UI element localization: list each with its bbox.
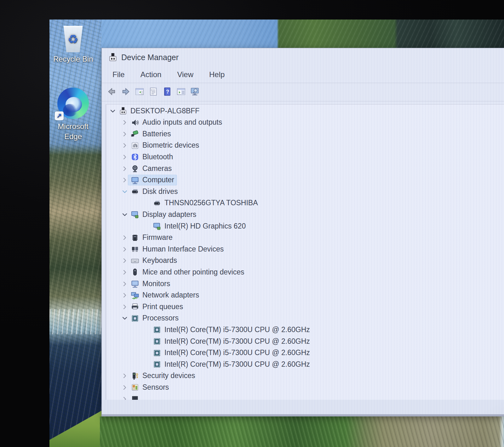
chevron-right-icon[interactable]	[121, 257, 128, 264]
tree-item-label: Bluetooth	[141, 152, 175, 162]
window-title: Device Manager	[121, 53, 179, 62]
tree-category-item[interactable]: Monitors	[106, 278, 504, 290]
properties-icon	[148, 87, 158, 98]
sensors-icon	[128, 383, 141, 392]
monitor-photo: ♻ Recycle Bin ↗ Microsoft Edge Device Ma…	[0, 0, 504, 447]
chevron-right-icon[interactable]	[121, 246, 128, 253]
security-icon	[128, 372, 141, 380]
tree-device-item[interactable]: Intel(R) Core(TM) i5-7300U CPU @ 2.60GHz	[106, 336, 504, 347]
menu-help[interactable]: Help	[204, 69, 230, 80]
tree-item-label: Cameras	[141, 164, 174, 174]
device-manager-app-icon	[108, 53, 117, 62]
device-tree: DESKTOP-ALG8BFFAudio inputs and outputsB…	[106, 104, 504, 401]
hdd-icon	[128, 187, 141, 196]
toolbar-forward-button[interactable]	[119, 86, 133, 99]
tree-item-label: Security devices	[141, 371, 198, 381]
no	[143, 326, 150, 333]
no	[143, 200, 150, 207]
mouse-icon	[128, 268, 141, 276]
cpu-icon	[150, 349, 163, 357]
tree-category-item[interactable]: Keyboards	[106, 255, 504, 267]
chevron-down-icon[interactable]	[121, 211, 128, 218]
tree-device-item[interactable]: THNSN0256GTYA TOSHIBA	[106, 197, 504, 209]
tree-category-item[interactable]: Batteries	[106, 128, 504, 140]
cpu-icon	[150, 337, 163, 346]
tree-category-item[interactable]: Display adapters	[106, 209, 504, 220]
chevron-down-icon[interactable]	[109, 108, 116, 115]
toolbar-action-pane-button[interactable]	[174, 86, 188, 99]
tree-item-label: Mice and other pointing devices	[141, 267, 247, 277]
tree-device-item[interactable]: Intel(R) Core(TM) i5-7300U CPU @ 2.60GHz	[106, 324, 504, 336]
tree-item-label: Sensors	[141, 382, 171, 393]
menu-view[interactable]: View	[172, 69, 198, 80]
tree-item-label: THNSN0256GTYA TOSHIBA	[163, 198, 261, 208]
recycle-bin-icon: ♻	[60, 25, 87, 52]
title-bar[interactable]: Device Manager	[102, 48, 504, 66]
chevron-right-icon[interactable]	[121, 165, 128, 172]
tree-category-item[interactable]: Human Interface Devices	[106, 243, 504, 255]
chevron-right-icon[interactable]	[121, 177, 128, 184]
toolbar: ?	[102, 83, 504, 101]
toolbar-help-button[interactable]: ?	[160, 86, 174, 99]
toolbar-back-button[interactable]	[105, 86, 119, 99]
tree-category-item[interactable]: Firmware	[106, 232, 504, 244]
desktop-icon-microsoft-edge[interactable]: ↗ Microsoft Edge	[49, 88, 97, 142]
tree-category-item[interactable]: Mice and other pointing devices	[106, 266, 504, 278]
gpu-icon	[128, 210, 141, 219]
tree-category-item[interactable]: Disk drives	[106, 186, 504, 197]
chevron-right-icon[interactable]	[121, 234, 128, 241]
no	[143, 223, 150, 230]
tree-category-item[interactable]: Audio inputs and outputs	[106, 117, 504, 128]
help-book-icon: ?	[162, 87, 172, 98]
chevron-right-icon[interactable]	[121, 154, 128, 161]
tree-item-label: Disk drives	[141, 187, 180, 197]
audio-icon	[128, 118, 141, 127]
tree-item-label: Intel(R) Core(TM) i5-7300U CPU @ 2.60GHz	[163, 348, 312, 358]
menu-action[interactable]: Action	[135, 69, 167, 80]
chevron-right-icon[interactable]	[121, 303, 128, 310]
chevron-down-icon[interactable]	[121, 315, 128, 322]
keyboard-icon	[128, 257, 141, 265]
toolbar-properties-button[interactable]	[146, 86, 160, 99]
microsoft-edge-label: Microsoft Edge	[54, 122, 92, 142]
tree-item-label: Intel(R) Core(TM) i5-7300U CPU @ 2.60GHz	[163, 359, 312, 370]
tree-item-label: Display adapters	[141, 210, 199, 220]
shortcut-arrow-icon: ↗	[55, 111, 64, 120]
chevron-right-icon[interactable]	[121, 292, 128, 299]
cpu-icon	[150, 360, 163, 369]
tree-category-item[interactable]: Print queues	[106, 301, 504, 313]
desktop-icon-recycle-bin[interactable]: ♻ Recycle Bin	[49, 25, 97, 64]
window-bottom-edge	[102, 414, 504, 416]
tree-category-item[interactable]: Cameras	[106, 163, 504, 174]
gpu-icon	[150, 222, 163, 230]
chevron-right-icon[interactable]	[121, 384, 128, 391]
cpu-icon	[128, 314, 141, 323]
tree-category-item[interactable]: Bluetooth	[106, 151, 504, 163]
chevron-right-icon[interactable]	[121, 372, 128, 379]
toolbar-show-console-tree-button[interactable]	[133, 86, 146, 99]
horizontal-scrollbar-area[interactable]	[102, 400, 504, 415]
tree-category-item[interactable]: Sensors	[106, 382, 504, 393]
menu-file[interactable]: File	[107, 69, 130, 80]
chevron-right-icon[interactable]	[121, 131, 128, 138]
firmware-chip-icon	[128, 234, 141, 242]
tree-device-item[interactable]: Intel(R) HD Graphics 620	[106, 220, 504, 232]
chevron-right-icon[interactable]	[121, 119, 128, 126]
tree-root-item[interactable]: DESKTOP-ALG8BFF	[106, 105, 504, 117]
chevron-right-icon[interactable]	[121, 280, 128, 287]
no	[143, 338, 150, 345]
chevron-right-icon[interactable]	[121, 142, 128, 149]
tree-item-label: Batteries	[141, 129, 174, 139]
tree-category-item[interactable]: Security devices	[106, 370, 504, 382]
tree-category-item[interactable]: Biometric devices	[106, 140, 504, 151]
tree-item-label: Intel(R) Core(TM) i5-7300U CPU @ 2.60GHz	[163, 325, 312, 335]
chevron-right-icon[interactable]	[121, 269, 128, 276]
toolbar-scan-hardware-changes-button[interactable]	[188, 86, 202, 99]
tree-device-item[interactable]: Intel(R) Core(TM) i5-7300U CPU @ 2.60GHz	[106, 347, 504, 359]
tree-device-item[interactable]: Intel(R) Core(TM) i5-7300U CPU @ 2.60GHz	[106, 359, 504, 370]
tree-category-item[interactable]: Network adapters	[106, 290, 504, 301]
tree-category-item[interactable]: Processors	[106, 313, 504, 324]
wallpaper-ocean-cliff-top	[49, 20, 504, 48]
tree-category-item[interactable]: Computer	[106, 174, 504, 186]
chevron-down-icon[interactable]	[121, 188, 128, 195]
